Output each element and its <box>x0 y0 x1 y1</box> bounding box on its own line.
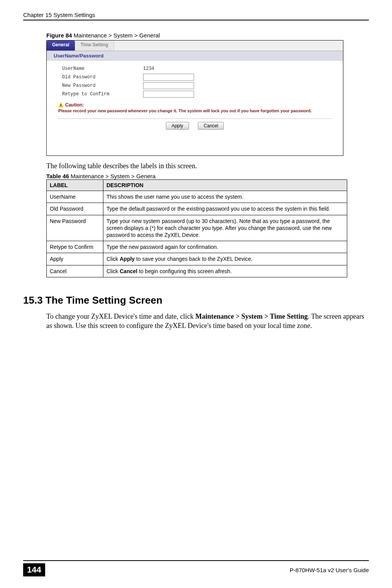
section-body: To change your ZyXEL Device's time and d… <box>46 312 369 331</box>
label-username: UserName <box>62 66 143 71</box>
group-header: UserName/Password <box>47 51 343 61</box>
cell-label: New Password <box>47 215 103 241</box>
table-number: Table 46 <box>46 173 69 179</box>
table-row: New Password Type your new system passwo… <box>47 215 347 241</box>
table-caption: Table 46 Maintenance > System > Genera <box>46 173 369 179</box>
table-header-row: LABEL DESCRIPTION <box>47 180 347 191</box>
cell-desc: Type the default password or the existin… <box>103 203 347 215</box>
tab-time-setting[interactable]: Time Setting <box>75 41 114 51</box>
footer-guide-name: P-870HW-51a v2 User's Guide <box>290 567 369 573</box>
th-label: LABEL <box>47 180 103 191</box>
figure-number: Figure 84 <box>46 32 72 39</box>
cell-desc: Type your new system password (up to 30 … <box>103 215 347 241</box>
caution-text: Please record your new password whenever… <box>58 108 331 113</box>
form-area: UserName 1234 Old Password New Password … <box>47 61 343 102</box>
separator <box>58 118 331 119</box>
label-new-password: New Password <box>62 83 143 88</box>
input-old-password[interactable] <box>143 74 194 81</box>
caution-label: Caution: <box>65 102 84 108</box>
figure-caption: Figure 84 Maintenance > System > General <box>46 32 369 39</box>
warning-icon <box>58 103 64 107</box>
value-username: 1234 <box>143 66 154 71</box>
cell-label: Apply <box>47 253 103 265</box>
table-row: Old Password Type the default password o… <box>47 203 347 215</box>
caution-title: Caution: <box>58 102 331 108</box>
caution-block: Caution: Please record your new password… <box>47 102 343 116</box>
th-description: DESCRIPTION <box>103 180 347 191</box>
figure-title: Maintenance > System > General <box>72 32 160 39</box>
page-footer: 144 P-870HW-51a v2 User's Guide <box>23 560 369 576</box>
header-left: Chapter 15 System Settings <box>23 12 95 18</box>
description-table: LABEL DESCRIPTION UserName This shows th… <box>46 179 347 277</box>
input-new-password[interactable] <box>143 82 194 89</box>
tab-bar: General Time Setting <box>47 41 343 51</box>
cell-label: Retype to Confirm <box>47 241 103 253</box>
table-title: Maintenance > System > Genera <box>69 173 155 179</box>
cell-label: UserName <box>47 191 103 203</box>
row-new-password: New Password <box>62 81 328 90</box>
cell-label: Cancel <box>47 265 103 277</box>
apply-button[interactable]: Apply <box>166 122 189 130</box>
row-old-password: Old Password <box>62 73 328 81</box>
embedded-screenshot: General Time Setting UserName/Password U… <box>46 40 343 156</box>
paragraph-intro: The following table describes the labels… <box>46 161 369 171</box>
label-old-password: Old Password <box>62 74 143 80</box>
page-number: 144 <box>23 563 45 576</box>
table-row: Cancel Click Cancel to begin configuring… <box>47 265 347 277</box>
page-header: Chapter 15 System Settings <box>23 12 369 20</box>
cell-desc: Click Apply to save your changes back to… <box>103 253 347 265</box>
body-bold: Maintenance > System > Time Setting <box>195 313 308 320</box>
cell-desc: Type the new password again for confirma… <box>103 241 347 253</box>
input-retype[interactable] <box>143 91 194 98</box>
cell-desc: Click Cancel to begin configuring this s… <box>103 265 347 277</box>
table-row: Apply Click Apply to save your changes b… <box>47 253 347 265</box>
table-row: UserName This shows the user name you us… <box>47 191 347 203</box>
section-heading: 15.3 The Time Setting Screen <box>23 294 369 306</box>
cancel-button[interactable]: Cancel <box>198 122 224 130</box>
row-username: UserName 1234 <box>62 64 328 73</box>
cell-label: Old Password <box>47 203 103 215</box>
body-pre: To change your ZyXEL Device's time and d… <box>46 313 195 320</box>
tab-general[interactable]: General <box>47 41 75 51</box>
table-row: Retype to Confirm Type the new password … <box>47 241 347 253</box>
cell-desc: This shows the user name you use to acce… <box>103 191 347 203</box>
button-row: Apply Cancel <box>47 122 343 130</box>
row-retype: Retype to Confirm <box>62 90 328 98</box>
label-retype: Retype to Confirm <box>62 91 143 97</box>
